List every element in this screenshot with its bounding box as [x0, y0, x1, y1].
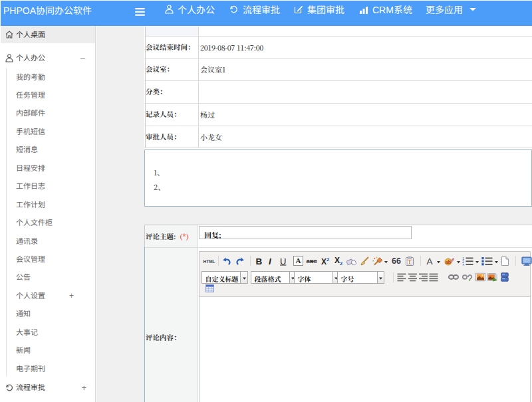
svg-text:3: 3 — [462, 262, 464, 266]
svg-text:T: T — [408, 259, 411, 265]
